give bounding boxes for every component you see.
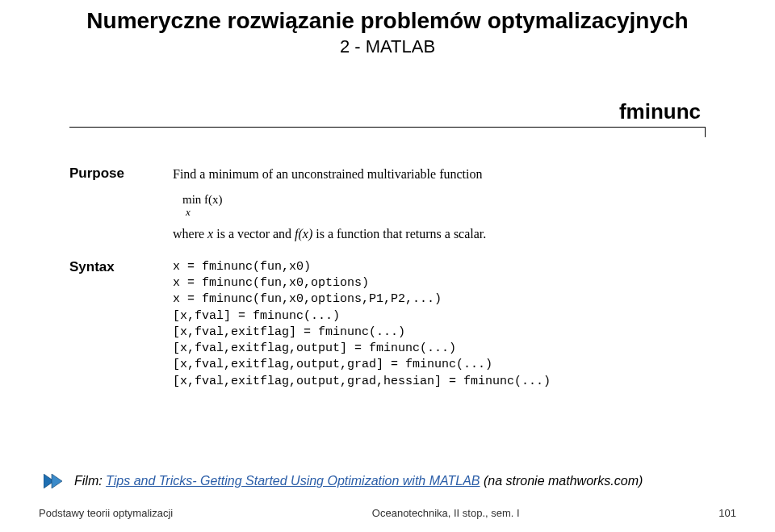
- syntax-label: Syntax: [69, 259, 153, 390]
- footer-center: Oceanotechnika, II stop., sem. I: [372, 507, 520, 519]
- function-name: fminunc: [69, 99, 706, 127]
- film-suffix: (na stronie mathworks.com): [480, 474, 643, 488]
- film-text: Film: Tips and Tricks- Getting Started U…: [74, 474, 643, 488]
- where-clause: where x is a vector and f(x) is a functi…: [173, 225, 486, 243]
- svg-marker-1: [52, 474, 62, 488]
- footer-page-number: 101: [718, 507, 736, 519]
- film-link[interactable]: Tips and Tricks- Getting Started Using O…: [106, 474, 480, 488]
- horizontal-rule: [69, 127, 706, 138]
- syntax-code: x = fminunc(fun,x0) x = fminunc(fun,x0,o…: [173, 259, 551, 390]
- formula: min f(x) x: [182, 191, 486, 220]
- formula-subscript: x: [186, 205, 191, 220]
- footer-left: Podstawy teorii optymalizacji: [39, 507, 173, 519]
- where-fx: f(x): [295, 227, 312, 241]
- where-prefix: where: [173, 227, 207, 241]
- page-subtitle: 2 - MATLAB: [39, 36, 736, 57]
- where-suffix: is a function that returns a scalar.: [312, 227, 486, 241]
- page-title: Numeryczne rozwiązanie problemów optymal…: [39, 6, 736, 35]
- purpose-text: Find a minimum of an unconstrained multi…: [173, 165, 486, 183]
- arrow-icon: [44, 474, 66, 488]
- doc-excerpt: fminunc Purpose Find a minimum of an unc…: [39, 99, 736, 390]
- film-prefix: Film:: [74, 474, 106, 488]
- where-mid: is a vector and: [213, 227, 295, 241]
- purpose-label: Purpose: [69, 165, 153, 243]
